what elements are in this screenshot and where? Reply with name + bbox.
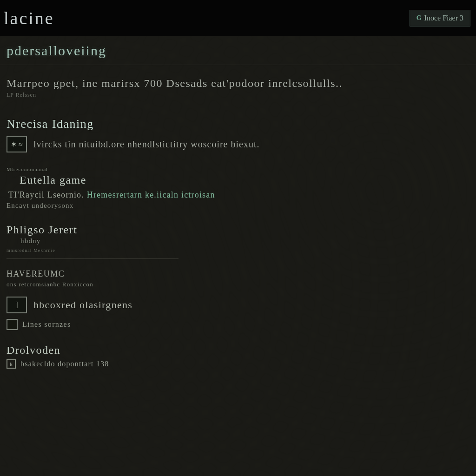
button-label: Inoce Fiaer 3 xyxy=(424,14,463,22)
section-eutella-super: Mtrecomonnanal xyxy=(7,166,469,172)
section-eutella-title: Eutella game xyxy=(7,174,469,186)
section-eutella-line2: Encayt undeorysonx xyxy=(7,202,469,210)
section-phligso-tiny: mnisrednal Meknrnie xyxy=(7,248,178,253)
section-nrecisa: Nrecisa Idaning ✶ ≈ lvircks tin nituibd.… xyxy=(7,117,469,152)
intro-sub: LP Relssen xyxy=(7,92,469,99)
checkbox-nrecisa[interactable]: ✶ ≈ xyxy=(7,136,27,152)
section-title-nrecisa: Nrecisa Idaning xyxy=(7,117,469,131)
page-subheader: pdersalloveiing xyxy=(0,36,476,65)
section-havereumc-sub: ons retcromsianbc Ronxiccon xyxy=(7,281,469,288)
button-leading-icon: G xyxy=(416,14,422,22)
drolvoden-line-text: bsakecldo doponttart 138 xyxy=(20,360,109,368)
drolvoden-box-icon[interactable]: k xyxy=(7,359,16,369)
checkbox-lines-label: Lines sornzes xyxy=(22,320,71,329)
section-phligso-sub: hbdny xyxy=(7,237,178,245)
app-title: lacine xyxy=(4,8,54,28)
intro-text: Marrpeo gpet, ine marirsx 700 Dsesads ea… xyxy=(7,77,469,90)
image-fiber-button[interactable]: G Inoce Fiaer 3 xyxy=(410,10,470,26)
section-phligso: Phligso Jerert hbdny mnisrednal Meknrnie xyxy=(7,224,178,259)
checkbox-nrecisa-label: lvircks tin nituibd.ore nhendlstictitry … xyxy=(33,139,259,150)
section-eutella: Mtrecomonnanal Eutella game TI'Raycil Ls… xyxy=(7,166,469,210)
section-drolvoden: Drolvoden k bsakecldo doponttart 138 xyxy=(7,344,469,369)
checkbox-olasirgnens[interactable]: ] xyxy=(7,297,27,313)
checkbox-olasirgnens-label: hbcoxred olasirgnens xyxy=(33,299,132,311)
topbar: lacine G Inoce Fiaer 3 xyxy=(0,0,476,36)
section-havereumc: HAVEREUMC ons retcromsianbc Ronxiccon ] … xyxy=(7,269,469,330)
eutella-line1-prefix: TI'Raycil Lseornio. xyxy=(8,190,84,199)
section-havereumc-title: HAVEREUMC xyxy=(7,269,469,279)
content: Marrpeo gpet, ine marirsx 700 Dsesads ea… xyxy=(0,65,476,369)
eutella-line1-accent: Hremesrertarn ke.iicaln ictroisan xyxy=(87,190,215,199)
section-eutella-line1: TI'Raycil Lseornio. Hremesrertarn ke.iic… xyxy=(7,190,469,200)
checkbox-lines[interactable] xyxy=(7,319,18,330)
section-drolvoden-title: Drolvoden xyxy=(7,344,469,357)
section-phligso-title: Phligso Jerert xyxy=(7,224,178,236)
